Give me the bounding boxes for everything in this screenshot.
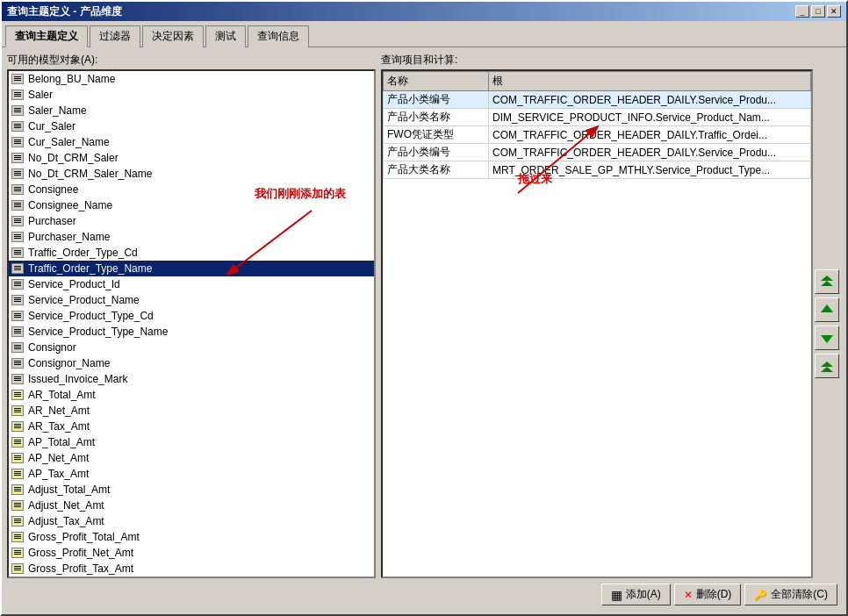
- delete-button[interactable]: ✕ 删除(D): [674, 584, 742, 605]
- list-item[interactable]: Purchaser_Name: [9, 229, 374, 245]
- svg-marker-3: [821, 335, 833, 343]
- left-panel: 可用的模型对象(A): Belong_BU_NameSalerSaler_Nam…: [7, 53, 376, 578]
- list-item[interactable]: Traffic_Order_Type_Cd: [9, 245, 374, 261]
- tabs-bar: 查询主题定义 过滤器 决定因素 测试 查询信息: [2, 21, 846, 47]
- svg-marker-0: [821, 276, 833, 281]
- list-item[interactable]: Gross_Profit_Total_Amt: [9, 529, 374, 545]
- field-icon: [11, 310, 25, 322]
- list-item[interactable]: Consignee_Name: [9, 197, 374, 213]
- delete-icon: ✕: [684, 589, 693, 601]
- list-item-label: Purchaser: [28, 215, 76, 227]
- title-bar: 查询主题定义 - 产品维度 _ □ ✕: [2, 2, 846, 21]
- svg-marker-1: [821, 281, 833, 286]
- sort-down-button[interactable]: [815, 326, 839, 350]
- list-item[interactable]: AP_Total_Amt: [9, 434, 374, 450]
- list-item-label: AP_Tax_Amt: [28, 468, 89, 480]
- table-row[interactable]: 产品小类编号COM_TRAFFIC_ORDER_HEADER_DAILY.Ser…: [384, 144, 811, 161]
- field-icon: [11, 405, 25, 417]
- list-item-label: Cur_Saler: [28, 120, 75, 133]
- list-item[interactable]: No_Dt_CRM_Saler_Name: [9, 166, 374, 182]
- delete-label: 删除(D): [696, 587, 732, 602]
- query-items-table[interactable]: 名称 根 产品小类编号COM_TRAFFIC_ORDER_HEADER_DAIL…: [381, 69, 813, 578]
- table-row[interactable]: 产品大类名称MRT_ORDER_SALE_GP_MTHLY.Service_Pr…: [384, 161, 811, 179]
- row-root: COM_TRAFFIC_ORDER_HEADER_DAILY.Traffic_O…: [489, 126, 811, 144]
- maximize-button[interactable]: □: [811, 5, 825, 18]
- list-item[interactable]: Saler_Name: [9, 103, 374, 118]
- field-icon: [11, 247, 25, 259]
- field-icon: [11, 120, 25, 133]
- field-icon: [11, 341, 25, 354]
- list-item[interactable]: Saler: [9, 87, 374, 103]
- list-item-label: Service_Product_Id: [28, 278, 120, 290]
- minimize-button[interactable]: _: [795, 5, 809, 18]
- list-item[interactable]: Gross_Profit_Tax_Amt: [9, 561, 374, 577]
- list-item-label: Purchaser_Name: [28, 231, 110, 243]
- list-item[interactable]: Service_Product_Type_Cd: [9, 308, 374, 324]
- list-item[interactable]: AR_Tax_Amt: [9, 419, 374, 434]
- row-name: 产品小类编号: [384, 91, 489, 109]
- sort-up-button[interactable]: [815, 297, 839, 322]
- list-item[interactable]: Purchaser: [9, 213, 374, 229]
- list-item[interactable]: Cur_Saler_Name: [9, 134, 374, 150]
- sort-bottom-button[interactable]: [815, 354, 839, 378]
- list-item-label: Consignor_Name: [28, 357, 110, 369]
- list-item-label: Consignee: [28, 183, 78, 196]
- list-item-label: Adjust_Tax_Amt: [28, 515, 104, 527]
- items-table: 名称 根 产品小类编号COM_TRAFFIC_ORDER_HEADER_DAIL…: [383, 71, 811, 179]
- list-item[interactable]: Adjust_Tax_Amt: [9, 513, 374, 529]
- list-item[interactable]: Service_Product_Id: [9, 276, 374, 292]
- list-item[interactable]: Belong_BU_Name: [9, 71, 374, 87]
- list-item[interactable]: Adjust_Total_Amt: [9, 482, 374, 498]
- list-item[interactable]: No_Dt_CRM_Saler: [9, 150, 374, 166]
- field-icon: [11, 531, 25, 543]
- list-item-label: Service_Product_Type_Cd: [28, 310, 154, 322]
- field-icon: [11, 231, 25, 243]
- content-area: 可用的模型对象(A): Belong_BU_NameSalerSaler_Nam…: [2, 47, 846, 614]
- clear-all-button[interactable]: 🔑 全部清除(C): [744, 584, 837, 605]
- add-button[interactable]: ▦ 添加(A): [601, 584, 671, 605]
- list-item[interactable]: Traffic_Order_Type_Name: [9, 261, 374, 276]
- list-item[interactable]: Consignee: [9, 182, 374, 197]
- list-item[interactable]: Adjust_Net_Amt: [9, 498, 374, 513]
- list-item[interactable]: Cur_Saler: [9, 118, 374, 134]
- add-icon: ▦: [611, 588, 622, 602]
- list-item[interactable]: Consignor_Name: [9, 355, 374, 371]
- list-item[interactable]: Service_Product_Name: [9, 292, 374, 308]
- table-row[interactable]: 产品小类名称DIM_SERVICE_PRODUCT_INFO.Service_P…: [384, 109, 811, 126]
- tab-determinants[interactable]: 决定因素: [142, 25, 204, 47]
- field-icon: [11, 183, 25, 196]
- add-label: 添加(A): [626, 587, 661, 602]
- list-item-label: Adjust_Total_Amt: [28, 483, 110, 496]
- list-item[interactable]: Consignor: [9, 340, 374, 355]
- list-item[interactable]: Gross_Profit_Net_Amt: [9, 545, 374, 561]
- sort-buttons-panel: [813, 69, 841, 578]
- field-icon: [11, 199, 25, 211]
- table-row[interactable]: 产品小类编号COM_TRAFFIC_ORDER_HEADER_DAILY.Ser…: [384, 91, 811, 109]
- field-icon: [11, 136, 25, 148]
- window-title: 查询主题定义 - 产品维度: [7, 4, 122, 19]
- field-icon: [11, 436, 25, 448]
- table-row[interactable]: FWO凭证类型COM_TRAFFIC_ORDER_HEADER_DAILY.Tr…: [384, 126, 811, 144]
- bottom-buttons-row: ▦ 添加(A) ✕ 删除(D) 🔑 全部清除(C): [7, 578, 841, 609]
- list-item-label: AP_Total_Amt: [28, 436, 95, 448]
- model-objects-list[interactable]: Belong_BU_NameSalerSaler_NameCur_SalerCu…: [7, 69, 376, 578]
- tab-test[interactable]: 测试: [205, 25, 246, 47]
- list-item[interactable]: Service_Product_Type_Name: [9, 324, 374, 340]
- list-item-label: Gross_Profit_Total_Amt: [28, 531, 140, 543]
- list-item[interactable]: AP_Tax_Amt: [9, 466, 374, 482]
- row-root: COM_TRAFFIC_ORDER_HEADER_DAILY.Service_P…: [489, 144, 811, 161]
- field-icon: [11, 294, 25, 306]
- sort-top-button[interactable]: [815, 269, 839, 294]
- list-item[interactable]: AR_Net_Amt: [9, 403, 374, 419]
- tab-query-info[interactable]: 查询信息: [248, 25, 309, 47]
- tab-query-subject[interactable]: 查询主题定义: [5, 25, 88, 47]
- list-item[interactable]: AR_Total_Amt: [9, 387, 374, 403]
- field-icon: [11, 373, 25, 385]
- tab-filter[interactable]: 过滤器: [90, 25, 140, 47]
- close-button[interactable]: ✕: [827, 5, 841, 18]
- list-item-label: No_Dt_CRM_Saler_Name: [28, 168, 152, 180]
- list-item-label: Traffic_Order_Type_Name: [28, 262, 152, 275]
- list-item[interactable]: AP_Net_Amt: [9, 450, 374, 466]
- right-panel: 查询项目和计算: 名称 根 产品: [381, 53, 841, 578]
- list-item[interactable]: Issued_Invoice_Mark: [9, 371, 374, 387]
